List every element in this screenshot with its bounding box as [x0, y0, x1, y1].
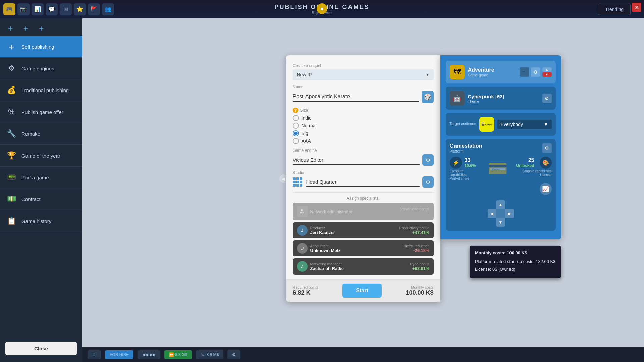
- income-indicator[interactable]: ⏩ 8.8 G$: [164, 350, 192, 359]
- platform-stats: ⚡ 33 10.6% Compute capabilities Market s…: [450, 157, 552, 180]
- compute-value: 33: [465, 157, 476, 163]
- genre-minus-button[interactable]: −: [520, 67, 529, 77]
- accountant-avatar: U: [297, 243, 308, 254]
- sidebar-add-icon-2[interactable]: ＋: [19, 22, 32, 35]
- close-window-button[interactable]: ✕: [632, 3, 641, 12]
- trending-button[interactable]: Trending: [598, 4, 631, 15]
- dpad-top-row: ▲: [488, 200, 514, 209]
- settings-taskbar-button[interactable]: ⚙: [227, 350, 240, 359]
- network-role-text: Network administrator: [310, 209, 397, 214]
- tooltip-line2: License: 0$ (Owned): [475, 266, 556, 273]
- pause-button[interactable]: ⏸: [88, 350, 101, 359]
- cost-tooltip: Monthly costs: 100.00 K$ Platform-relate…: [470, 246, 561, 278]
- expense-indicator[interactable]: ↘ -8.8 M$: [196, 350, 223, 359]
- top-bar: 🎮 📷 📊 💬 ✉ ⭐ 🚩 👥 PUBLISH ONLINE GAMES Big…: [0, 0, 644, 18]
- mail-icon[interactable]: ✉: [60, 3, 72, 15]
- dialog-container: ◀ Create a sequel New IP ▼ Name 🎲: [82, 18, 644, 362]
- genre-up-button[interactable]: ▲: [542, 67, 552, 72]
- producer-name: Jeri Kautzer: [310, 230, 335, 235]
- tooltip-title: Monthly costs: 100.00 K$: [475, 250, 556, 257]
- theme-card: 🤖 Cyberpunk [63] Theme ⚙: [446, 87, 556, 110]
- studio-label: Studio: [293, 170, 434, 175]
- trending-chart-button[interactable]: 📈: [540, 183, 552, 195]
- compute-stat: ⚡ 33 10.6% Compute capabilities Market s…: [450, 157, 480, 180]
- size-aaa-radio[interactable]: [293, 138, 299, 144]
- size-normal-radio[interactable]: [293, 123, 299, 129]
- sidebar-add-icon-3[interactable]: ＋: [35, 22, 48, 35]
- producer-bonus-label: Productivity bonus: [399, 226, 430, 230]
- dpad-up-button[interactable]: ▲: [496, 200, 505, 209]
- graphics-stat: 25 Unlocked 🎨 Graphic capabilities Licen…: [516, 157, 552, 180]
- genre-icon: 🗺: [450, 65, 465, 79]
- camera-icon[interactable]: 📷: [17, 3, 30, 15]
- marketing-bonus-label: Hype bonus: [410, 262, 430, 266]
- marketing-row[interactable]: Z Marketing manager Zachariah Ratke Hype…: [293, 258, 434, 275]
- graphics-value: 25: [516, 157, 534, 163]
- theme-settings-button[interactable]: ⚙: [542, 94, 552, 103]
- platform-settings-button[interactable]: ⚙: [542, 143, 552, 153]
- engine-input[interactable]: [293, 156, 420, 165]
- game-icon[interactable]: 🎮: [3, 3, 15, 15]
- size-section: ? Size Indie Normal Big AAA: [293, 108, 434, 144]
- trend-button-area: 📈: [450, 183, 552, 195]
- accountant-row[interactable]: U Accountant Unknown Metz Taxes' reducti…: [293, 240, 434, 256]
- accountant-right: Taxes' reduction -26.18%: [403, 244, 429, 253]
- contract-icon: 💵: [5, 193, 17, 205]
- sidebar-item-publish-game-offer[interactable]: % Publish game offer: [0, 101, 82, 123]
- sidebar-item-self-publishing[interactable]: ＋ Self publishing: [0, 36, 82, 58]
- compute-stat-item: ⚡ 33 10.6%: [450, 157, 480, 169]
- market-share-value: 10.6%: [465, 163, 476, 168]
- size-big-radio[interactable]: [293, 130, 299, 136]
- for-hire-button[interactable]: FOR HIRE: [105, 350, 133, 359]
- studio-grid-icon: [293, 177, 302, 187]
- people-icon[interactable]: 👥: [102, 3, 114, 15]
- dpad-center: [496, 209, 505, 218]
- history-icon: 📋: [5, 215, 17, 227]
- sidebar-item-game-history[interactable]: 📋 Game history: [0, 210, 82, 232]
- form-panel: Create a sequel New IP ▼ Name 🎲: [286, 55, 440, 302]
- right-panel: 🗺 Adventure Game genre − ⚙ ▲ ▼ 🤖: [440, 55, 561, 239]
- traditional-publishing-icon: 💰: [5, 84, 17, 96]
- close-sidebar-button[interactable]: Close: [5, 342, 77, 355]
- engine-settings-button[interactable]: ⚙: [422, 154, 434, 166]
- randomize-name-button[interactable]: 🎲: [422, 91, 434, 103]
- sidebar-item-port-a-game[interactable]: 📟 Port a game: [0, 167, 82, 188]
- dpad-down-button[interactable]: ▼: [496, 218, 505, 227]
- sidebar-item-remake[interactable]: 🔧 Remake: [0, 123, 82, 145]
- dpad-right-button[interactable]: ▶: [505, 209, 514, 218]
- chat-icon[interactable]: 💬: [46, 3, 58, 15]
- marketing-role: Marketing manager: [310, 262, 344, 266]
- size-help-icon[interactable]: ?: [293, 108, 298, 113]
- name-input[interactable]: [293, 92, 419, 102]
- sidebar-item-label: Port a game: [21, 175, 49, 180]
- sidebar-item-contract[interactable]: 💵 Contract: [0, 188, 82, 210]
- sidebar-item-label: Remake: [21, 131, 40, 137]
- marketing-name: Zachariah Ratke: [310, 266, 344, 271]
- sidebar-add-icon-1[interactable]: ＋: [4, 22, 17, 35]
- port-icon: 📟: [5, 171, 17, 183]
- chart-icon[interactable]: 📊: [32, 3, 44, 15]
- star-icon[interactable]: ⭐: [74, 3, 86, 15]
- accountant-name: Unknown Metz: [310, 248, 341, 253]
- flag-icon[interactable]: 🚩: [88, 3, 100, 15]
- sidebar-item-traditional-publishing[interactable]: 💰 Traditional publishing: [0, 79, 82, 101]
- genre-down-button[interactable]: ▼: [542, 72, 552, 77]
- theme-name: Cyberpunk [63]: [468, 94, 504, 99]
- audience-dropdown[interactable]: Everybody ▼: [497, 120, 552, 129]
- sequel-select[interactable]: New IP ▼: [293, 69, 434, 80]
- start-button[interactable]: Start: [342, 284, 381, 298]
- self-publishing-icon: ＋: [5, 41, 17, 53]
- genre-settings-button[interactable]: ⚙: [531, 67, 540, 77]
- network-specialist-row: 🖧 Network administrator Server load bonu…: [293, 203, 434, 220]
- producer-row[interactable]: J Producer Jeri Kautzer Productivity bon…: [293, 222, 434, 238]
- sidebar-item-label: Game of the year: [21, 153, 60, 159]
- sidebar-item-game-engines[interactable]: ⚙ Game engines: [0, 58, 82, 79]
- dpad-left-button[interactable]: ◀: [488, 209, 496, 218]
- size-indie-radio[interactable]: [293, 115, 299, 121]
- producer-role: Producer: [310, 226, 335, 230]
- studio-input[interactable]: [306, 178, 420, 187]
- playback-button[interactable]: ◀◀ ▶▶: [138, 350, 160, 359]
- sidebar-item-game-of-year[interactable]: 🏆 Game of the year: [0, 145, 82, 167]
- accountant-left: U Accountant Unknown Metz: [297, 243, 341, 254]
- studio-settings-button[interactable]: ⚙: [422, 176, 434, 188]
